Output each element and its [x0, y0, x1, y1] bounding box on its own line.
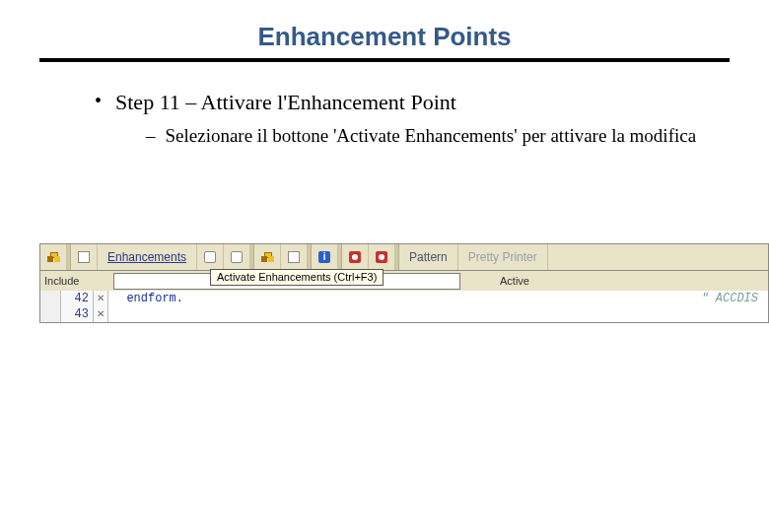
toolbar-button-5[interactable] [254, 244, 281, 270]
breakpoint-icon [349, 251, 361, 263]
light-icon [204, 251, 216, 263]
code-content[interactable]: endform." ACCDIS [108, 291, 768, 322]
include-label: Include [44, 275, 79, 287]
code-editor: 42 43 ✕ ✕ endform." ACCDIS [39, 291, 769, 323]
bullet-level-1: • Step 11 – Attivare l'Enhancement Point [95, 90, 730, 115]
line-number: 43 [61, 306, 89, 322]
code-line: endform." ACCDIS [112, 291, 768, 306]
toolbar-button-info[interactable]: i [312, 244, 338, 270]
line-number-column: 42 43 [61, 291, 94, 322]
code-comment: " ACCDIS [701, 291, 768, 306]
secondary-row: Include Activate Enhancements (Ctrl+F3) … [39, 271, 769, 291]
bullet-l2-text: Selezionare il bottone 'Activate Enhance… [166, 125, 697, 147]
keyword: endform. [126, 292, 183, 305]
activate-enhancements-button[interactable] [224, 244, 250, 270]
toolbar-button-2[interactable] [71, 244, 98, 270]
toolbar-button-3[interactable] [197, 244, 224, 270]
line-marker: ✕ [94, 291, 107, 306]
editor-gutter [40, 291, 61, 322]
pattern-button[interactable]: Pattern [399, 244, 458, 270]
line-number: 42 [61, 291, 89, 306]
toolbar-button-breakpoint[interactable] [342, 244, 369, 270]
toolbar-button-6[interactable] [281, 244, 308, 270]
watchpoint-icon [376, 251, 387, 263]
sap-toolbar: Enhancements i Pattern Pretty Printer [39, 243, 769, 271]
bullet-dot-icon: • [95, 90, 102, 111]
marker-column: ✕ ✕ [94, 291, 108, 322]
activate-tooltip: Activate Enhancements (Ctrl+F3) [210, 269, 384, 286]
bullet-dash-icon: – [146, 125, 156, 147]
line-marker: ✕ [94, 306, 107, 322]
status-label: Active [500, 275, 529, 287]
hierarchy-icon [47, 252, 59, 262]
slide-title: Enhancement Points [257, 22, 511, 52]
tree-icon [261, 252, 273, 262]
enhancements-button[interactable]: Enhancements [98, 244, 197, 270]
toolbar-button-watchpoint[interactable] [369, 244, 395, 270]
pretty-printer-button[interactable]: Pretty Printer [458, 244, 548, 270]
bullet-l1-text: Step 11 – Attivare l'Enhancement Point [115, 90, 456, 115]
code-line [112, 306, 768, 322]
embedded-screenshot: Enhancements i Pattern Pretty Printer In… [39, 243, 769, 323]
info-icon: i [318, 251, 330, 263]
activate-icon [231, 251, 243, 263]
display-icon [288, 251, 300, 263]
box-icon [78, 251, 90, 263]
toolbar-button-1[interactable] [40, 244, 67, 270]
bullet-level-2: – Selezionare il bottone 'Activate Enhan… [146, 125, 730, 147]
